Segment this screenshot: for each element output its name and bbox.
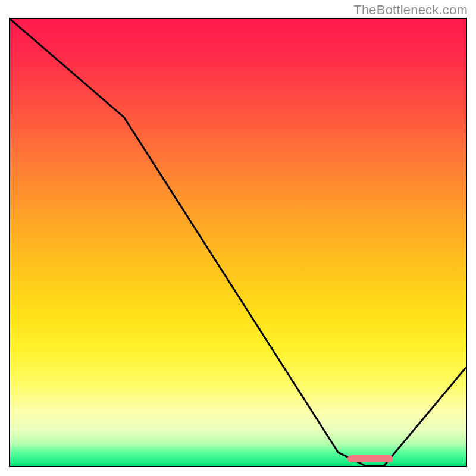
plot-area bbox=[9, 18, 467, 467]
bottleneck-curve-path bbox=[10, 19, 466, 466]
bottleneck-chart: TheBottleneck.com bbox=[0, 0, 476, 476]
curve-layer bbox=[10, 19, 466, 466]
optimum-marker bbox=[347, 455, 393, 462]
watermark-label: TheBottleneck.com bbox=[353, 2, 468, 18]
